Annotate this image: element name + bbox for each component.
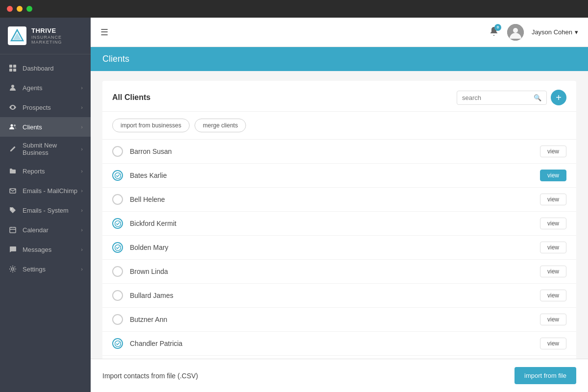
minimize-dot[interactable] [17, 6, 23, 12]
hamburger-menu[interactable]: ☰ [100, 27, 108, 38]
svg-point-12 [12, 268, 14, 270]
sidebar-item-settings[interactable]: Settings › [0, 259, 91, 279]
view-button[interactable]: view [540, 338, 566, 349]
svg-point-10 [11, 209, 12, 210]
search-wrap: 🔍 + [457, 90, 566, 105]
edit-icon [8, 144, 18, 154]
row-checkbox[interactable] [112, 266, 123, 277]
chevron-right-icon: › [81, 146, 83, 152]
row-checkbox[interactable] [112, 314, 123, 325]
search-icon: 🔍 [534, 94, 541, 101]
clients-header: All Clients 🔍 + [102, 81, 576, 112]
chevron-down-icon: ▾ [575, 28, 578, 36]
table-row: Butzner Ann view [102, 308, 576, 332]
client-name: Brown Linda [130, 268, 540, 275]
logo: THRIVE INSURANCE MARKETING [0, 18, 91, 54]
client-name: Bolden Mary [130, 244, 540, 251]
sidebar: THRIVE INSURANCE MARKETING Dashboard Age… [0, 18, 91, 392]
sidebar-item-label: Emails - MailChimp [23, 187, 81, 195]
row-checkbox[interactable] [112, 170, 123, 181]
view-button[interactable]: view [540, 314, 566, 325]
row-checkbox[interactable] [112, 146, 123, 157]
settings-icon [8, 264, 18, 274]
sidebar-item-agents[interactable]: Agents › [0, 78, 91, 98]
sidebar-item-clients[interactable]: Clients › [0, 117, 91, 137]
search-box: 🔍 [457, 91, 547, 105]
import-contacts-label: Import contacts from file (.CSV) [102, 372, 198, 380]
merge-clients-button[interactable]: merge clients [195, 119, 246, 132]
table-row: Bickford Kermit view [102, 212, 576, 236]
view-button[interactable]: view [540, 170, 566, 181]
client-name: Bullard James [130, 292, 540, 299]
footer-bar: Import contacts from file (.CSV) import … [91, 359, 588, 392]
calendar-icon [8, 225, 18, 235]
table-row: Barron Susan view [102, 140, 576, 164]
sidebar-item-label: Submit New Business [23, 142, 81, 156]
sidebar-item-label: Dashboard [23, 65, 83, 72]
sidebar-item-submit-new-business[interactable]: Submit New Business › [0, 137, 91, 161]
notification-button[interactable]: 0 [489, 26, 499, 39]
row-checkbox[interactable] [112, 290, 123, 301]
row-checkbox[interactable] [112, 194, 123, 205]
svg-rect-4 [9, 69, 12, 72]
sidebar-item-reports[interactable]: Reports › [0, 161, 91, 181]
app-header: ☰ 0 Jayson C [91, 18, 588, 47]
avatar [507, 24, 524, 41]
chevron-right-icon: › [81, 227, 83, 233]
sidebar-item-label: Clients [23, 123, 81, 131]
table-row: Bell Helene view [102, 188, 576, 212]
view-button[interactable]: view [540, 266, 566, 277]
app: THRIVE INSURANCE MARKETING Dashboard Age… [0, 18, 588, 392]
view-button[interactable]: view [540, 218, 566, 229]
close-dot[interactable] [7, 6, 13, 12]
sidebar-item-label: Reports [23, 168, 81, 175]
table-row: Bates Karlie view [102, 164, 576, 188]
clients-card: All Clients 🔍 + import from businesses [102, 81, 576, 359]
view-button[interactable]: view [540, 242, 566, 253]
sidebar-item-label: Messages [23, 246, 81, 253]
client-name: Butzner Ann [130, 316, 540, 323]
search-input[interactable] [462, 94, 531, 101]
svg-rect-5 [13, 69, 16, 72]
user-name[interactable]: Jayson Cohen ▾ [532, 28, 578, 36]
row-checkbox[interactable] [112, 218, 123, 229]
logo-title: THRIVE [31, 27, 83, 35]
sidebar-item-calendar[interactable]: Calendar › [0, 220, 91, 240]
view-button[interactable]: view [540, 146, 566, 157]
logo-icon [8, 26, 26, 45]
person-icon [8, 83, 18, 93]
mail-icon [8, 186, 18, 196]
chevron-right-icon: › [81, 104, 83, 110]
tag-icon [8, 205, 18, 215]
view-button[interactable]: view [540, 290, 566, 301]
table-row: Bolden Mary view [102, 236, 576, 260]
chevron-right-icon: › [81, 266, 83, 272]
client-name: Barron Susan [130, 147, 540, 155]
chevron-right-icon: › [81, 188, 83, 194]
page-title: Clients [102, 54, 576, 64]
sidebar-item-prospects[interactable]: Prospects › [0, 98, 91, 117]
add-client-button[interactable]: + [551, 90, 566, 105]
sidebar-item-label: Calendar [23, 226, 81, 234]
sidebar-item-emails-system[interactable]: Emails - System › [0, 200, 91, 220]
chevron-right-icon: › [81, 168, 83, 174]
maximize-dot[interactable] [26, 6, 32, 12]
row-checkbox[interactable] [112, 242, 123, 253]
view-button[interactable]: view [540, 194, 566, 205]
row-checkbox[interactable] [112, 338, 123, 349]
users-icon [8, 122, 18, 132]
svg-rect-3 [13, 65, 16, 68]
sidebar-item-label: Prospects [23, 104, 81, 111]
import-from-businesses-button[interactable]: import from businesses [112, 119, 190, 132]
sidebar-item-dashboard[interactable]: Dashboard [0, 58, 91, 78]
svg-point-8 [14, 124, 16, 126]
client-list: Barron Susan view Bates Karlie view [102, 140, 576, 359]
sidebar-item-messages[interactable]: Messages › [0, 240, 91, 259]
svg-point-14 [513, 28, 518, 33]
titlebar [0, 0, 588, 18]
sidebar-item-label: Emails - System [23, 207, 81, 214]
client-name: Bell Helene [130, 196, 540, 203]
logo-subtitle: INSURANCE MARKETING [31, 35, 83, 45]
sidebar-item-emails-mailchimp[interactable]: Emails - MailChimp › [0, 181, 91, 200]
import-from-file-button[interactable]: import from file [514, 367, 576, 384]
